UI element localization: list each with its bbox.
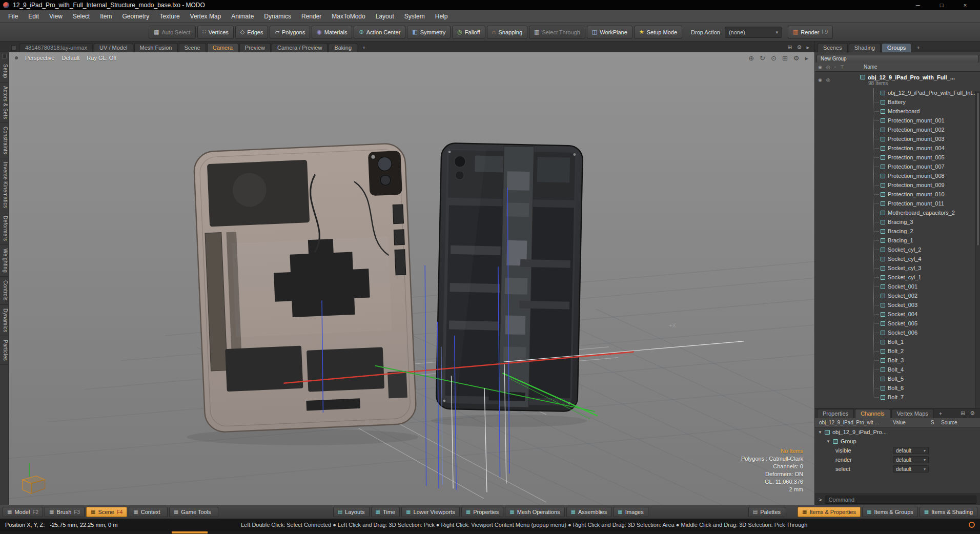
col-header-value[interactable]: Value (893, 420, 931, 425)
channel-row[interactable]: select default (815, 464, 980, 474)
channels-tab[interactable]: Properties (817, 409, 854, 418)
dock-tab[interactable]: Constraints (0, 123, 8, 158)
tree-item[interactable]: Protection_mount_008 (815, 171, 980, 180)
tree-item[interactable]: Bracing_1 (815, 236, 980, 245)
layout-button[interactable]: ▦ Model F2 (3, 507, 43, 517)
rotate-icon[interactable]: ↻ (760, 54, 765, 62)
tree-item[interactable]: Protection_mount_001 (815, 116, 980, 125)
dock-tab[interactable]: Setup (0, 60, 8, 83)
tree-item[interactable]: Bolt_6 (815, 383, 980, 393)
dock-tab[interactable]: Weighting (0, 245, 8, 277)
tree-item[interactable]: Socket_006 (815, 328, 980, 337)
new-group-button[interactable]: New Group (816, 55, 978, 63)
viewport-camera-select[interactable]: Default (62, 55, 79, 61)
tree-item[interactable]: Socket_cyl_2 (815, 245, 980, 254)
tree-item[interactable]: Protection_mount_004 (815, 143, 980, 153)
menu-item[interactable]: MaxToModo (326, 10, 370, 23)
tree-item[interactable]: Socket_cyl_4 (815, 254, 980, 263)
expand-icon[interactable]: ▸ (805, 54, 808, 62)
viewport-3d[interactable]: Perspective Default Ray GL: Off ⊕↻⊙⊞⚙▸ +… (9, 52, 814, 505)
menu-item[interactable]: Render (296, 10, 326, 23)
tree-item[interactable]: Bolt_3 (815, 356, 980, 365)
dock-icon[interactable]: ⊞ (961, 410, 965, 417)
tree-item[interactable]: Protection_mount_009 (815, 180, 980, 190)
menu-item[interactable]: Layout (371, 10, 399, 23)
channels-tab[interactable]: Vertex Maps (891, 409, 934, 418)
ipad-back-shell-model[interactable] (193, 143, 417, 433)
viewport-tab[interactable]: Camera (207, 43, 238, 52)
col-header-s[interactable]: S (931, 420, 941, 425)
col-header-name[interactable]: obj_12_9_iPad_Pro_wit ... (815, 420, 893, 425)
tree-item[interactable]: Socket_005 (815, 319, 980, 328)
panel-toggle-button[interactable]: ▦ Assemblies (566, 507, 612, 517)
tree-item[interactable]: Socket_004 (815, 310, 980, 319)
col-header-source[interactable]: Source (941, 420, 980, 425)
toolbar-button[interactable]: ◧ Symmetry (407, 26, 451, 39)
menu-item[interactable]: View (44, 10, 68, 23)
tree-item[interactable]: Socket_001 (815, 282, 980, 291)
layout-button[interactable]: ▦ Context (129, 507, 167, 517)
tree-item[interactable]: Bolt_4 (815, 365, 980, 374)
pan-icon[interactable]: ⊕ (748, 54, 754, 62)
dock-tab[interactable]: Deformers (0, 212, 8, 245)
visibility-icon[interactable]: ◉ (818, 77, 822, 83)
right-panel-tab[interactable]: Scenes (818, 43, 848, 52)
tree-root-item[interactable]: ◉ ◎ obj_12_9_iPad_Pro_with_Full_... 98 I… (815, 72, 980, 88)
dock-handle[interactable] (2, 54, 7, 58)
viewport-tab[interactable]: Mesh Fusion (134, 43, 178, 52)
tree-item[interactable]: Bolt_2 (815, 346, 980, 356)
expand-triangle-icon[interactable]: ▼ (826, 439, 830, 444)
menu-item[interactable]: Animate (226, 10, 259, 23)
session-tab[interactable]: 48146780318:lay-unmax (19, 43, 93, 52)
viewport-tab[interactable]: Baking (329, 43, 357, 52)
tree-item[interactable]: Protection_mount_007 (815, 162, 980, 171)
raygl-toggle[interactable]: Ray GL: Off (87, 55, 116, 61)
viewport-mode-select[interactable]: Perspective (25, 55, 54, 61)
dock-tab[interactable]: Controls (0, 277, 8, 305)
layout-button[interactable]: ▦ Scene F4 (86, 507, 127, 517)
render-visibility-icon[interactable]: ◎ (826, 77, 830, 83)
tree-item[interactable]: Socket_002 (815, 291, 980, 300)
tree-item[interactable]: Bracing_2 (815, 227, 980, 236)
settings-icon[interactable]: ⚙ (797, 44, 802, 51)
toolbar-button[interactable]: ◎ Falloff (452, 26, 485, 39)
toolbar-button[interactable]: ▥ Select Through (529, 26, 585, 39)
settings-icon[interactable]: ⚙ (970, 410, 975, 417)
tree-item[interactable]: Motherboard (815, 107, 980, 116)
expand-triangle-icon[interactable]: ▼ (818, 430, 822, 435)
panel-toggle-button[interactable]: ▦ Lower Viewports (401, 507, 460, 517)
right-panel-tab[interactable]: Shading (849, 43, 881, 52)
toolbar-button[interactable]: ⊕ Action Center (354, 26, 405, 39)
menu-item[interactable]: Help (430, 10, 453, 23)
frame-icon[interactable]: ⊞ (782, 54, 788, 62)
tree-item[interactable]: Protection_mount_002 (815, 125, 980, 134)
menu-item[interactable]: Edit (23, 10, 44, 23)
layout-button[interactable]: ▦ Brush F3 (45, 507, 85, 517)
add-tab-button[interactable]: + (358, 44, 370, 52)
add-channels-tab-button[interactable]: + (935, 409, 946, 418)
menu-item[interactable]: File (3, 10, 23, 23)
panel-toggle-button[interactable]: ▤ Layouts (333, 507, 370, 517)
toolbar-button[interactable]: ◇ Edges (235, 26, 269, 39)
viewport-tab[interactable]: Preview (239, 43, 271, 52)
command-input[interactable]: Command (825, 496, 976, 504)
panel-toggle-button[interactable]: ▦ Images (613, 507, 648, 517)
workspace-preset-button[interactable]: ▦ Items & Shading (920, 507, 977, 517)
tree-item[interactable]: Protection_mount_010 (815, 190, 980, 199)
panel-toggle-button[interactable]: ▦ Time (371, 507, 400, 517)
render-visibility-icon[interactable]: ◎ (826, 65, 830, 70)
channel-value-select[interactable]: default (893, 465, 929, 473)
toolbar-button[interactable]: ★ Setup Mode (634, 26, 682, 39)
toolbar-button[interactable]: ∷ Vertices (197, 26, 234, 39)
palettes-button[interactable]: ▤ Palettes (748, 507, 785, 517)
tree-item[interactable]: Bolt_5 (815, 374, 980, 383)
viewport-tab[interactable]: Camera / Preview (272, 43, 328, 52)
menu-item[interactable]: System (399, 10, 430, 23)
dock-icon[interactable]: ⊞ (787, 44, 792, 51)
channel-value-select[interactable]: default (893, 456, 929, 463)
drop-action-select[interactable]: (none) ▾ (725, 27, 782, 38)
menu-item[interactable]: Geometry (117, 10, 155, 23)
tree-item[interactable]: Protection_mount_003 (815, 134, 980, 143)
ipad-internal-model[interactable] (436, 143, 583, 412)
filter-icon[interactable]: ⊤ (840, 65, 844, 70)
